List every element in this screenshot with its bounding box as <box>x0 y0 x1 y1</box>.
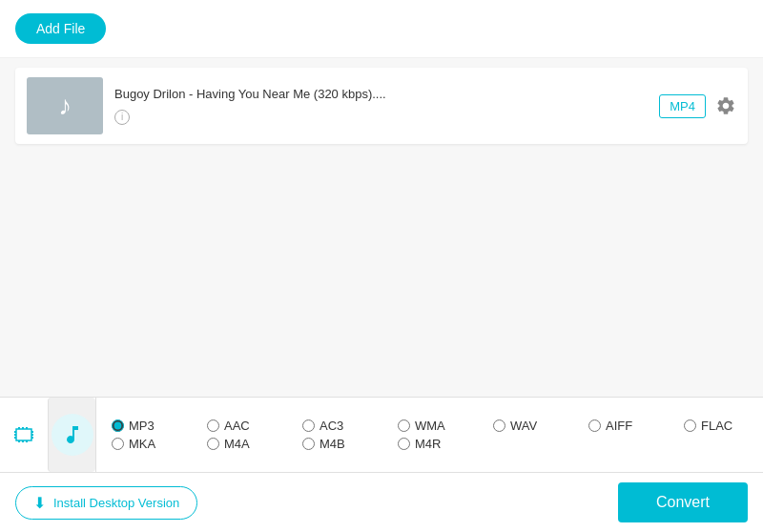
audio-tab-circle <box>52 414 93 456</box>
video-tab[interactable] <box>0 398 48 472</box>
svg-rect-10 <box>22 440 24 442</box>
file-list: ♪ Bugoy Drilon - Having You Near Me (320… <box>0 58 763 397</box>
footer-bar: ⬇ Install Desktop Version Convert <box>0 473 763 532</box>
radio-wav[interactable] <box>493 419 505 432</box>
bottom-panel: MP3 AAC AC3 WMA WAV AIFF F <box>0 397 763 532</box>
radio-wma[interactable] <box>398 419 410 432</box>
gear-icon <box>715 95 736 116</box>
format-aac[interactable]: AAC <box>207 419 302 433</box>
info-icon[interactable]: i <box>114 110 130 125</box>
music-icon: ♪ <box>58 91 72 121</box>
radio-aac[interactable] <box>207 419 219 432</box>
format-m4b[interactable]: M4B <box>302 437 398 451</box>
format-mka[interactable]: MKA <box>112 437 207 451</box>
radio-m4a[interactable] <box>207 438 219 450</box>
settings-button[interactable] <box>715 95 736 116</box>
svg-rect-3 <box>31 431 33 433</box>
file-thumbnail: ♪ <box>27 77 103 134</box>
format-row-1: MP3 AAC AC3 WMA WAV AIFF F <box>112 419 763 433</box>
convert-button[interactable]: Convert <box>618 482 748 522</box>
svg-rect-8 <box>26 427 28 429</box>
svg-rect-11 <box>26 440 28 442</box>
format-selector: MP3 AAC AC3 WMA WAV AIFF F <box>0 398 763 473</box>
format-m4a[interactable]: M4A <box>207 437 302 451</box>
svg-rect-1 <box>14 434 16 436</box>
radio-ac3[interactable] <box>302 419 315 432</box>
format-flac[interactable]: FLAC <box>684 419 763 433</box>
format-mp3[interactable]: MP3 <box>112 419 207 433</box>
svg-rect-9 <box>18 440 20 442</box>
file-info: Bugoy Drilon - Having You Near Me (320 k… <box>103 87 659 125</box>
format-ac3[interactable]: AC3 <box>302 419 398 433</box>
file-item: ♪ Bugoy Drilon - Having You Near Me (320… <box>15 68 748 144</box>
top-bar: Add File <box>0 0 763 58</box>
svg-rect-5 <box>31 437 33 439</box>
file-actions: MP4 <box>659 94 736 118</box>
radio-mka[interactable] <box>112 438 124 450</box>
svg-rect-2 <box>14 437 16 439</box>
add-file-button[interactable]: Add File <box>15 13 106 44</box>
format-wav[interactable]: WAV <box>493 419 588 433</box>
format-row-2: MKA M4A M4B M4R <box>112 437 763 451</box>
install-label: Install Desktop Version <box>53 496 179 510</box>
radio-mp3[interactable] <box>112 419 124 432</box>
radio-aiff[interactable] <box>588 419 601 432</box>
radio-m4b[interactable] <box>302 438 315 450</box>
format-badge[interactable]: MP4 <box>659 94 706 118</box>
svg-rect-7 <box>22 427 24 429</box>
svg-rect-0 <box>14 431 16 433</box>
audio-tab[interactable] <box>48 398 95 472</box>
download-icon: ⬇ <box>33 494 46 512</box>
install-desktop-button[interactable]: ⬇ Install Desktop Version <box>15 486 197 520</box>
radio-flac[interactable] <box>684 419 696 432</box>
video-tab-icon <box>12 423 35 446</box>
format-aiff[interactable]: AIFF <box>588 419 684 433</box>
file-name: Bugoy Drilon - Having You Near Me (320 k… <box>114 87 648 101</box>
audio-icon <box>61 423 84 446</box>
svg-rect-4 <box>31 434 33 436</box>
format-m4r[interactable]: M4R <box>398 437 493 451</box>
radio-m4r[interactable] <box>398 438 410 450</box>
svg-rect-6 <box>18 427 20 429</box>
format-tabs <box>0 398 96 472</box>
format-options: MP3 AAC AC3 WMA WAV AIFF F <box>96 398 763 472</box>
format-wma[interactable]: WMA <box>398 419 493 433</box>
